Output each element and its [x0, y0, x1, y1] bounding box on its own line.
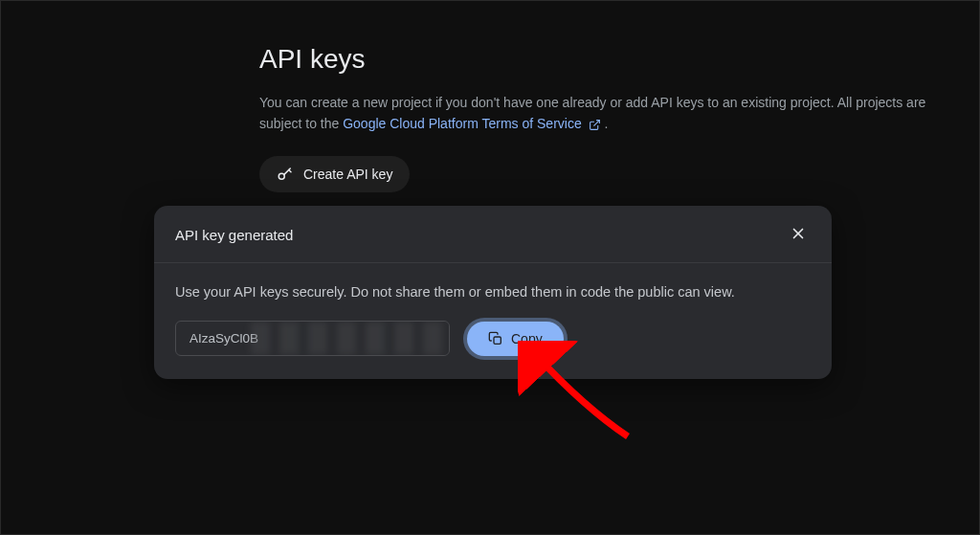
close-icon	[790, 225, 807, 245]
page-description: You can create a new project if you don'…	[259, 92, 948, 135]
desc-suffix: .	[604, 116, 608, 131]
modal-header: API key generated	[154, 206, 832, 263]
key-row: AIzaSyCl0B Copy	[175, 321, 811, 356]
copy-icon	[488, 331, 503, 346]
close-button[interactable]	[786, 221, 811, 249]
svg-line-0	[593, 121, 599, 126]
tos-link[interactable]: Google Cloud Platform Terms of Service	[343, 116, 604, 131]
key-icon	[277, 166, 294, 183]
modal-body: Use your API keys securely. Do not share…	[154, 263, 832, 379]
modal-message: Use your API keys securely. Do not share…	[175, 284, 811, 300]
create-api-key-button[interactable]: Create API key	[259, 156, 410, 192]
page-title: API keys	[259, 44, 979, 75]
modal-title: API key generated	[175, 227, 293, 243]
tos-link-text: Google Cloud Platform Terms of Service	[343, 116, 582, 131]
api-key-redacted	[251, 322, 449, 355]
api-key-visible-prefix: AIzaSyCl0B	[189, 331, 258, 346]
copy-button-label: Copy	[511, 331, 543, 346]
api-key-field[interactable]: AIzaSyCl0B	[175, 321, 450, 356]
svg-point-1	[278, 173, 284, 179]
api-key-generated-modal: API key generated Use your API keys secu…	[154, 206, 832, 379]
svg-rect-4	[494, 337, 501, 344]
copy-button[interactable]: Copy	[467, 322, 564, 356]
create-button-label: Create API key	[303, 167, 392, 182]
external-link-icon	[589, 119, 601, 131]
